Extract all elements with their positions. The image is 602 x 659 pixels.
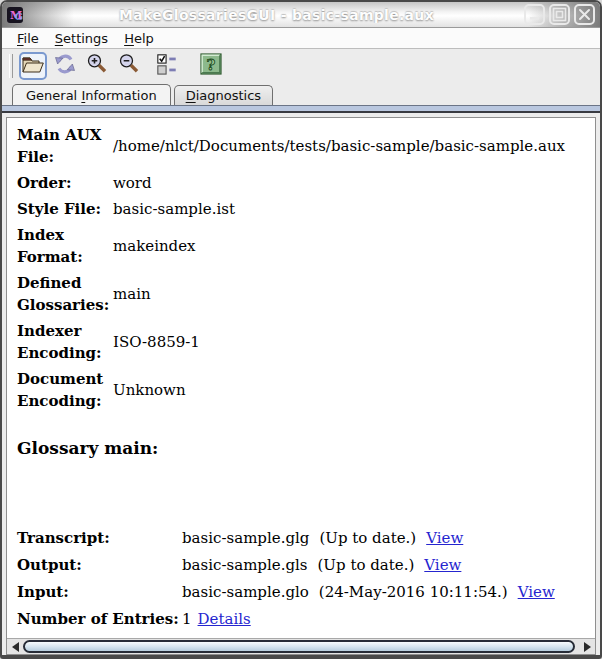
general-information-content: Main AUX File: /home/nlct/Documents/test… [7,118,595,638]
field-label: Indexer Encoding: [17,320,113,364]
left-arrow-icon [12,642,19,652]
glossary-heading: Glossary main: [17,438,589,458]
refresh-icon [53,52,77,80]
glossary-file-table: Transcript: basic-sample.glg (Up to date… [17,528,589,629]
field-value: /home/nlct/Documents/tests/basic-sample/… [113,135,565,157]
svg-text:?: ? [207,56,216,74]
row-label: Input: [17,582,182,602]
tab-diagnostics[interactable]: Diagnostics [174,85,273,105]
field-row: Order: word [17,172,589,194]
field-row: Defined Glossaries: main [17,272,589,316]
toolbar: ? [2,49,600,83]
view-input-link[interactable]: View [518,582,555,602]
row-label: Transcript: [17,528,182,548]
field-row: Main AUX File: /home/nlct/Documents/test… [17,124,589,168]
row-file: basic-sample.glg [182,528,309,548]
tab-bar: General Information Diagnostics [2,83,600,105]
field-label: Main AUX File: [17,124,113,168]
diagnostic-options-button[interactable] [153,52,181,80]
help-icon: ? [200,53,222,79]
field-value: basic-sample.ist [113,198,235,220]
field-label: Document Encoding: [17,368,113,412]
field-label: Defined Glossaries: [17,272,113,316]
row-status: (Up to date.) [319,528,416,548]
minimize-button[interactable] [524,4,545,25]
zoom-out-button[interactable] [115,52,143,80]
row-status: (24-May-2016 10:11:54.) [319,582,508,602]
tab-accent-band [2,105,600,113]
glossary-row: Input: basic-sample.glo (24-May-2016 10:… [17,582,589,602]
view-output-link[interactable]: View [424,555,461,575]
help-button[interactable]: ? [197,52,225,80]
window-controls [524,4,595,25]
field-row: Index Format: makeindex [17,224,589,268]
row-status: (Up to date.) [318,555,415,575]
app-window: M G MakeGlossariesGUI - basic-sample.aux… [0,0,602,659]
close-button[interactable] [574,4,595,25]
field-value: main [113,283,151,305]
scrollbar-track[interactable] [23,639,579,655]
zoom-in-button[interactable] [83,52,111,80]
app-logo-icon: M G [7,7,23,23]
row-count: 1 [182,609,192,629]
field-value: Unknown [113,379,186,401]
checkbox-list-icon [156,53,178,79]
horizontal-scrollbar[interactable] [7,638,595,654]
zoom-in-icon [85,52,109,80]
menubar: File Settings Help [2,28,600,49]
toolbar-drag-handle[interactable] [9,54,13,78]
scroll-right-button[interactable] [579,639,595,655]
scrollbar-thumb[interactable] [23,640,575,653]
details-link[interactable]: Details [198,609,251,629]
open-folder-icon [21,53,45,79]
zoom-out-icon [117,52,141,80]
menu-settings[interactable]: Settings [47,29,116,48]
reload-button[interactable] [51,52,79,80]
menu-file[interactable]: File [9,29,47,48]
field-label: Order: [17,172,113,194]
general-information-panel: Main AUX File: /home/nlct/Documents/test… [6,117,596,655]
menu-help[interactable]: Help [116,29,162,48]
field-value: ISO-8859-1 [113,331,200,353]
field-row: Indexer Encoding: ISO-8859-1 [17,320,589,364]
field-label: Style File: [17,198,113,220]
field-value: word [113,172,152,194]
svg-text:G: G [15,11,24,22]
open-button[interactable] [19,52,47,80]
scroll-left-button[interactable] [7,639,23,655]
glossary-row: Output: basic-sample.gls (Up to date.) V… [17,555,589,575]
maximize-button[interactable] [549,4,570,25]
glossary-row: Transcript: basic-sample.glg (Up to date… [17,528,589,548]
glossary-row: Number of Entries: 1 Details [17,609,589,629]
window-title: MakeGlossariesGUI - basic-sample.aux [29,7,524,23]
titlebar[interactable]: M G MakeGlossariesGUI - basic-sample.aux [2,2,600,28]
view-transcript-link[interactable]: View [426,528,463,548]
row-label: Number of Entries: [17,609,182,629]
field-label: Index Format: [17,224,113,268]
tab-general-information[interactable]: General Information [12,84,171,105]
row-file: basic-sample.gls [182,555,308,575]
field-row: Document Encoding: Unknown [17,368,589,412]
row-file: basic-sample.glo [182,582,309,602]
right-arrow-icon [584,642,591,652]
row-label: Output: [17,555,182,575]
field-value: makeindex [113,235,196,257]
field-row: Style File: basic-sample.ist [17,198,589,220]
